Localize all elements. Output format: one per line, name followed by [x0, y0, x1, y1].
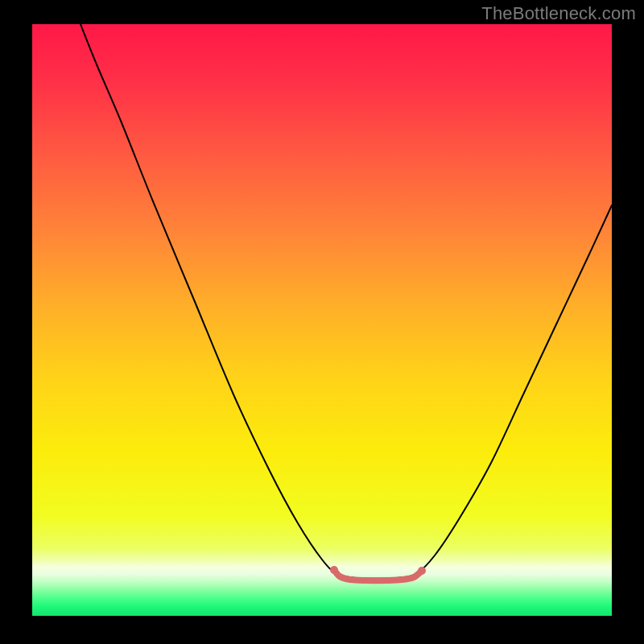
main-curve — [80, 24, 612, 579]
highlight-curve — [334, 570, 422, 580]
curve-layer — [32, 24, 612, 616]
highlight-dot — [330, 566, 338, 574]
chart-frame: TheBottleneck.com — [0, 0, 644, 644]
plot-area — [32, 24, 612, 616]
highlight-dots — [330, 566, 426, 575]
watermark-text: TheBottleneck.com — [481, 3, 636, 24]
highlight-dot — [418, 567, 426, 575]
